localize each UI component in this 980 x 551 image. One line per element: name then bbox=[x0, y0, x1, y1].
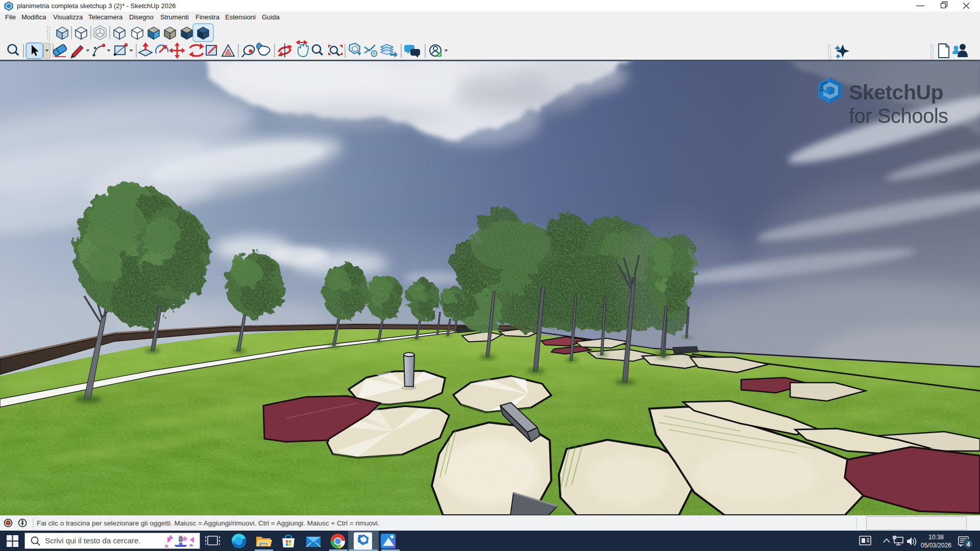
svg-text:4: 4 bbox=[967, 541, 970, 548]
svg-text:SketchUp: SketchUp bbox=[849, 81, 943, 104]
svg-text:for Schools: for Schools bbox=[849, 105, 948, 127]
svg-text:10:38: 10:38 bbox=[928, 534, 944, 541]
svg-text:05/03/2026: 05/03/2026 bbox=[921, 542, 951, 549]
